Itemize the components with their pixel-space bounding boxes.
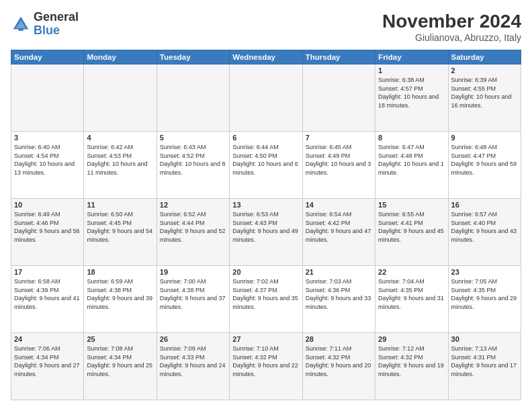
day-number: 2	[451, 66, 518, 75]
calendar-cell: 12Sunrise: 6:52 AM Sunset: 4:44 PM Dayli…	[157, 199, 229, 266]
calendar-cell: 16Sunrise: 6:57 AM Sunset: 4:40 PM Dayli…	[448, 199, 521, 266]
day-info: Sunrise: 6:49 AM Sunset: 4:46 PM Dayligh…	[14, 210, 81, 244]
calendar-cell: 21Sunrise: 7:03 AM Sunset: 4:36 PM Dayli…	[302, 266, 375, 333]
calendar-cell	[230, 64, 302, 132]
day-info: Sunrise: 6:40 AM Sunset: 4:54 PM Dayligh…	[14, 143, 81, 177]
calendar-cell: 29Sunrise: 7:12 AM Sunset: 4:32 PM Dayli…	[375, 333, 448, 400]
day-info: Sunrise: 6:39 AM Sunset: 4:55 PM Dayligh…	[451, 76, 518, 109]
header-monday: Monday	[84, 50, 157, 64]
calendar-cell: 4Sunrise: 6:42 AM Sunset: 4:53 PM Daylig…	[84, 132, 157, 199]
calendar-week-row: 1Sunrise: 6:38 AM Sunset: 4:57 PM Daylig…	[11, 64, 521, 132]
day-info: Sunrise: 6:50 AM Sunset: 4:45 PM Dayligh…	[87, 210, 153, 244]
day-info: Sunrise: 7:06 AM Sunset: 4:34 PM Dayligh…	[14, 345, 81, 378]
header-sunday: Sunday	[11, 50, 84, 64]
day-number: 22	[378, 268, 445, 276]
logo: General Blue	[11, 11, 79, 38]
header-friday: Friday	[375, 50, 448, 64]
day-number: 6	[232, 134, 299, 142]
calendar-week-row: 17Sunrise: 6:58 AM Sunset: 4:39 PM Dayli…	[11, 266, 521, 333]
day-number: 10	[14, 201, 81, 209]
day-number: 7	[306, 134, 372, 142]
day-number: 26	[160, 335, 226, 343]
day-number: 1	[378, 66, 445, 75]
day-info: Sunrise: 7:13 AM Sunset: 4:31 PM Dayligh…	[451, 345, 518, 378]
day-number: 27	[232, 335, 299, 343]
page: General Blue November 2024 Giulianova, A…	[0, 0, 532, 411]
calendar-cell: 8Sunrise: 6:47 AM Sunset: 4:48 PM Daylig…	[375, 132, 448, 199]
day-info: Sunrise: 6:48 AM Sunset: 4:47 PM Dayligh…	[451, 143, 518, 177]
day-info: Sunrise: 7:10 AM Sunset: 4:32 PM Dayligh…	[232, 345, 299, 378]
day-info: Sunrise: 7:12 AM Sunset: 4:32 PM Dayligh…	[378, 345, 445, 378]
day-number: 5	[160, 134, 226, 142]
calendar-cell: 28Sunrise: 7:11 AM Sunset: 4:32 PM Dayli…	[302, 333, 375, 400]
header-thursday: Thursday	[302, 50, 375, 64]
header: General Blue November 2024 Giulianova, A…	[11, 11, 521, 43]
day-number: 17	[14, 268, 81, 276]
day-number: 15	[378, 201, 445, 209]
calendar-cell	[11, 64, 84, 132]
calendar-cell: 3Sunrise: 6:40 AM Sunset: 4:54 PM Daylig…	[11, 132, 84, 199]
day-info: Sunrise: 7:04 AM Sunset: 4:35 PM Dayligh…	[378, 277, 445, 311]
calendar-cell: 5Sunrise: 6:43 AM Sunset: 4:52 PM Daylig…	[157, 132, 229, 199]
day-number: 14	[306, 201, 372, 209]
day-info: Sunrise: 6:47 AM Sunset: 4:48 PM Dayligh…	[378, 143, 445, 177]
day-info: Sunrise: 6:44 AM Sunset: 4:50 PM Dayligh…	[232, 143, 299, 177]
day-info: Sunrise: 7:09 AM Sunset: 4:33 PM Dayligh…	[160, 345, 226, 378]
calendar-cell: 19Sunrise: 7:00 AM Sunset: 4:38 PM Dayli…	[157, 266, 229, 333]
calendar-cell: 18Sunrise: 6:59 AM Sunset: 4:38 PM Dayli…	[84, 266, 157, 333]
day-number: 19	[160, 268, 226, 276]
calendar-cell: 14Sunrise: 6:54 AM Sunset: 4:42 PM Dayli…	[302, 199, 375, 266]
calendar-week-row: 24Sunrise: 7:06 AM Sunset: 4:34 PM Dayli…	[11, 333, 521, 400]
title-block: November 2024 Giulianova, Abruzzo, Italy	[382, 11, 521, 43]
calendar-cell: 9Sunrise: 6:48 AM Sunset: 4:47 PM Daylig…	[448, 132, 521, 199]
day-info: Sunrise: 6:54 AM Sunset: 4:42 PM Dayligh…	[306, 210, 372, 244]
calendar-cell: 2Sunrise: 6:39 AM Sunset: 4:55 PM Daylig…	[448, 64, 521, 132]
day-info: Sunrise: 6:52 AM Sunset: 4:44 PM Dayligh…	[160, 210, 226, 244]
calendar-cell: 11Sunrise: 6:50 AM Sunset: 4:45 PM Dayli…	[84, 199, 157, 266]
logo-general: General	[34, 10, 79, 24]
calendar-cell: 20Sunrise: 7:02 AM Sunset: 4:37 PM Dayli…	[230, 266, 302, 333]
day-info: Sunrise: 6:42 AM Sunset: 4:53 PM Dayligh…	[87, 143, 153, 177]
day-number: 11	[87, 201, 153, 209]
day-number: 9	[451, 134, 518, 142]
day-info: Sunrise: 6:58 AM Sunset: 4:39 PM Dayligh…	[14, 277, 81, 311]
calendar-cell: 27Sunrise: 7:10 AM Sunset: 4:32 PM Dayli…	[230, 333, 302, 400]
calendar-cell	[157, 64, 229, 132]
calendar-cell	[302, 64, 375, 132]
calendar-cell: 26Sunrise: 7:09 AM Sunset: 4:33 PM Dayli…	[157, 333, 229, 400]
day-number: 16	[451, 201, 518, 209]
day-info: Sunrise: 6:43 AM Sunset: 4:52 PM Dayligh…	[160, 143, 226, 177]
calendar-cell: 6Sunrise: 6:44 AM Sunset: 4:50 PM Daylig…	[230, 132, 302, 199]
calendar-cell: 7Sunrise: 6:45 AM Sunset: 4:49 PM Daylig…	[302, 132, 375, 199]
logo-blue: Blue	[34, 24, 60, 37]
calendar-cell: 22Sunrise: 7:04 AM Sunset: 4:35 PM Dayli…	[375, 266, 448, 333]
day-info: Sunrise: 6:45 AM Sunset: 4:49 PM Dayligh…	[306, 143, 372, 177]
calendar-cell: 23Sunrise: 7:05 AM Sunset: 4:35 PM Dayli…	[448, 266, 521, 333]
day-info: Sunrise: 6:38 AM Sunset: 4:57 PM Dayligh…	[378, 76, 445, 109]
day-number: 29	[378, 335, 445, 343]
month-year-title: November 2024	[382, 11, 521, 32]
day-number: 8	[378, 134, 445, 142]
calendar-cell: 25Sunrise: 7:08 AM Sunset: 4:34 PM Dayli…	[84, 333, 157, 400]
calendar-cell: 24Sunrise: 7:06 AM Sunset: 4:34 PM Dayli…	[11, 333, 84, 400]
day-number: 4	[87, 134, 153, 142]
calendar-cell: 1Sunrise: 6:38 AM Sunset: 4:57 PM Daylig…	[375, 64, 448, 132]
calendar-cell: 13Sunrise: 6:53 AM Sunset: 4:43 PM Dayli…	[230, 199, 302, 266]
day-info: Sunrise: 6:53 AM Sunset: 4:43 PM Dayligh…	[232, 210, 299, 244]
calendar-header-row: Sunday Monday Tuesday Wednesday Thursday…	[11, 50, 521, 64]
day-info: Sunrise: 7:05 AM Sunset: 4:35 PM Dayligh…	[451, 277, 518, 311]
header-saturday: Saturday	[448, 50, 521, 64]
day-number: 30	[451, 335, 518, 343]
day-number: 23	[451, 268, 518, 276]
day-info: Sunrise: 7:08 AM Sunset: 4:34 PM Dayligh…	[87, 345, 153, 378]
svg-rect-2	[18, 28, 24, 31]
day-number: 28	[306, 335, 372, 343]
day-number: 24	[14, 335, 81, 343]
calendar-cell	[84, 64, 157, 132]
day-number: 20	[232, 268, 299, 276]
calendar-table: Sunday Monday Tuesday Wednesday Thursday…	[11, 50, 521, 400]
day-info: Sunrise: 6:59 AM Sunset: 4:38 PM Dayligh…	[87, 277, 153, 311]
day-number: 18	[87, 268, 153, 276]
location-text: Giulianova, Abruzzo, Italy	[382, 32, 521, 43]
day-number: 25	[87, 335, 153, 343]
